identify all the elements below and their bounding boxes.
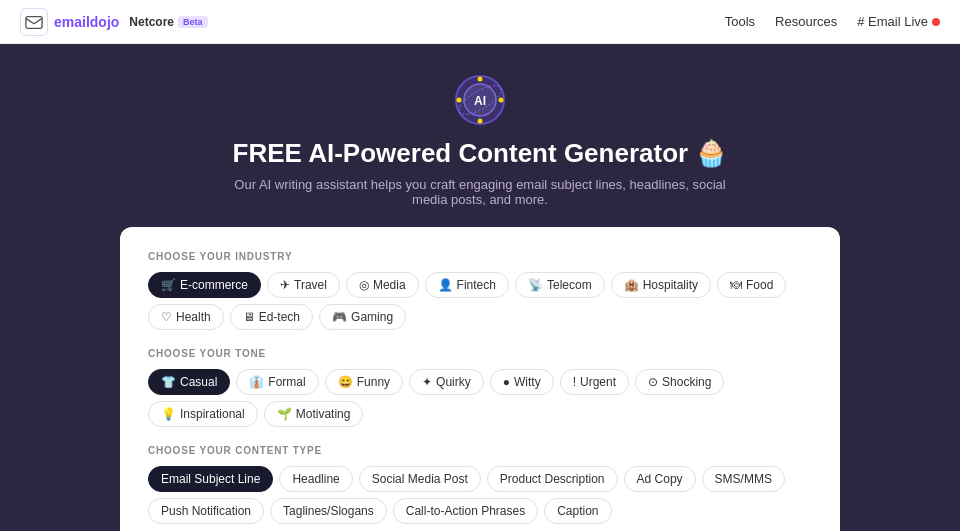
tone-chip-row: 👕Casual👔Formal😄Funny✦Quirky●Witty!Urgent… (148, 369, 812, 427)
content-chip-sms[interactable]: SMS/MMS (702, 466, 785, 492)
navbar-left: emaildojo Netcore Beta (20, 8, 208, 36)
svg-point-5 (478, 119, 483, 124)
industry-section: CHOOSE YOUR INDUSTRY 🛒E-commerce✈Travel◎… (148, 251, 812, 330)
emaildojo-logo-icon (20, 8, 48, 36)
nav-resources-link[interactable]: Resources (775, 14, 837, 29)
netcore-badge: Netcore Beta (129, 15, 207, 29)
content-chip-ad-copy[interactable]: Ad Copy (624, 466, 696, 492)
content-type-chip-row: Email Subject LineHeadlineSocial Media P… (148, 466, 812, 524)
content-chip-cta[interactable]: Call-to-Action Phrases (393, 498, 538, 524)
live-indicator-dot (932, 18, 940, 26)
tone-chip-shocking[interactable]: ⊙Shocking (635, 369, 724, 395)
ai-brain-icon: AI (454, 74, 506, 126)
tone-chip-urgent[interactable]: !Urgent (560, 369, 629, 395)
industry-chip-fintech[interactable]: 👤Fintech (425, 272, 509, 298)
hero-section: AI FREE AI-Powered Content Generator 🧁 O… (0, 44, 960, 227)
industry-chip-ecommerce[interactable]: 🛒E-commerce (148, 272, 261, 298)
netcore-name: Netcore (129, 15, 174, 29)
email-live-link[interactable]: # Email Live (857, 14, 940, 29)
industry-chip-food[interactable]: 🍽Food (717, 272, 786, 298)
svg-text:AI: AI (474, 94, 486, 108)
industry-label: CHOOSE YOUR INDUSTRY (148, 251, 812, 262)
tone-chip-formal[interactable]: 👔Formal (236, 369, 318, 395)
logo-area: emaildojo (20, 8, 119, 36)
industry-chip-edtech[interactable]: 🖥Ed-tech (230, 304, 313, 330)
content-chip-push[interactable]: Push Notification (148, 498, 264, 524)
hero-title: FREE AI-Powered Content Generator 🧁 (20, 138, 940, 169)
content-chip-taglines[interactable]: Taglines/Slogans (270, 498, 387, 524)
industry-chip-hospitality[interactable]: 🏨Hospitality (611, 272, 711, 298)
content-type-section: CHOOSE YOUR CONTENT TYPE Email Subject L… (148, 445, 812, 524)
tone-chip-casual[interactable]: 👕Casual (148, 369, 230, 395)
navbar: emaildojo Netcore Beta Tools Resources #… (0, 0, 960, 44)
svg-rect-0 (26, 16, 42, 28)
main-card: CHOOSE YOUR INDUSTRY 🛒E-commerce✈Travel◎… (120, 227, 840, 531)
hero-subtitle: Our AI writing assistant helps you craft… (220, 177, 740, 207)
content-type-label: CHOOSE YOUR CONTENT TYPE (148, 445, 812, 456)
tone-chip-funny[interactable]: 😄Funny (325, 369, 403, 395)
beta-badge: Beta (178, 16, 208, 28)
content-chip-social-post[interactable]: Social Media Post (359, 466, 481, 492)
svg-point-4 (478, 77, 483, 82)
svg-point-6 (457, 98, 462, 103)
nav-tools-link[interactable]: Tools (725, 14, 755, 29)
tone-chip-quirky[interactable]: ✦Quirky (409, 369, 484, 395)
ai-icon-container: AI (20, 74, 940, 126)
industry-chip-travel[interactable]: ✈Travel (267, 272, 340, 298)
industry-chip-gaming[interactable]: 🎮Gaming (319, 304, 406, 330)
tone-chip-witty[interactable]: ●Witty (490, 369, 554, 395)
industry-chip-telecom[interactable]: 📡Telecom (515, 272, 605, 298)
industry-chip-health[interactable]: ♡Health (148, 304, 224, 330)
tone-chip-motivating[interactable]: 🌱Motivating (264, 401, 364, 427)
svg-point-7 (499, 98, 504, 103)
tone-chip-inspirational[interactable]: 💡Inspirational (148, 401, 258, 427)
logo-text: emaildojo (54, 14, 119, 30)
content-chip-email-subject[interactable]: Email Subject Line (148, 466, 273, 492)
tone-label: CHOOSE YOUR TONE (148, 348, 812, 359)
content-chip-headline[interactable]: Headline (279, 466, 352, 492)
tone-section: CHOOSE YOUR TONE 👕Casual👔Formal😄Funny✦Qu… (148, 348, 812, 427)
industry-chip-media[interactable]: ◎Media (346, 272, 419, 298)
content-chip-caption[interactable]: Caption (544, 498, 611, 524)
navbar-right: Tools Resources # Email Live (725, 14, 940, 29)
content-chip-product-desc[interactable]: Product Description (487, 466, 618, 492)
industry-chip-row: 🛒E-commerce✈Travel◎Media👤Fintech📡Telecom… (148, 272, 812, 330)
